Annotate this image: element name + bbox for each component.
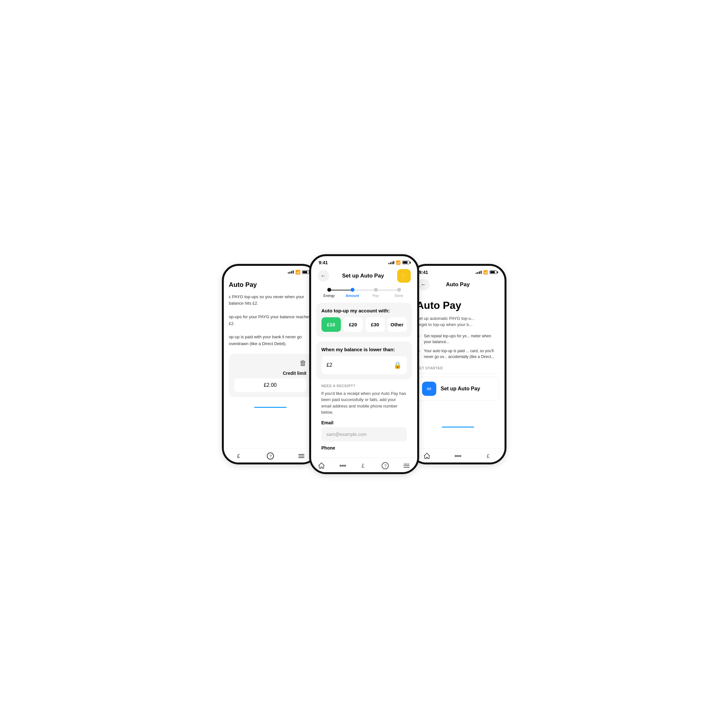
receipt-label: NEED A RECEIPT? [321,384,407,388]
center-content: Auto top-up my account with: £10 £20 £30… [311,303,417,474]
right-back-button[interactable]: ← [418,279,430,291]
right-back-arrow-icon: ← [421,282,426,288]
left-description: c PAYG top-ups so you never when your ba… [229,294,312,347]
receipt-description: If you'd like a receipt when your Auto P… [321,390,407,416]
svg-text:?: ? [269,454,272,459]
screens-container: 📶 Auto Pay c PAYG top-ups so you never w… [186,254,542,474]
auto-pay-title: Auto Pay [416,300,499,312]
right-blue-indicator [442,427,474,428]
setup-btn-label: Set up Auto Pay [441,386,480,392]
back-button[interactable]: ← [318,270,329,282]
step-energy-line [329,290,353,291]
lightning-button[interactable]: ⚡ [397,269,411,283]
step-done: Done [387,288,411,298]
center-bottom-nav: £ ? [311,457,417,472]
svg-text:£: £ [362,463,364,469]
nav-journey-icon[interactable] [339,462,347,470]
section-divider [416,373,499,373]
step-done-dot [397,288,401,292]
svg-point-8 [344,465,346,466]
feature-text-2: Your auto top-up is paid ... card, so yo… [424,348,499,359]
email-label: Email [321,420,407,425]
amount-other-button[interactable]: Other [387,317,407,332]
svg-point-6 [340,465,341,466]
nav-help-center-icon[interactable]: ? [381,462,389,470]
topup-card-title: Auto top-up my account with: [321,308,407,314]
step-pay-dot [374,288,378,292]
feature-item-1: ✓ Set repeat top-ups for yo... meter whe… [416,333,499,345]
balance-card-title: When my balance is lower than: [321,347,407,352]
center-header-title: Set up Auto Pay [342,273,384,279]
balance-card: When my balance is lower than: £2 🔒 [316,341,412,379]
right-bottom-nav: £ [411,448,505,462]
back-arrow-icon: ← [321,273,326,279]
step-energy: Energy [318,288,341,298]
nav-more-icon[interactable] [403,462,410,470]
center-header: ← Set up Auto Pay ⚡ [311,266,417,285]
amount-20-button[interactable]: £20 [343,317,363,332]
feature-text-1: Set repeat top-ups for yo... meter when … [424,333,499,345]
infinity-badge: ∞ [422,382,436,396]
nav-menu-icon[interactable] [298,452,305,460]
phone-left: 📶 Auto Pay c PAYG top-ups so you never w… [222,264,319,464]
svg-text:£: £ [237,453,240,459]
step-pay-line [376,290,399,291]
step-pay-label: Pay [373,294,379,298]
left-phone-content: Auto Pay c PAYG top-ups so you never whe… [224,276,317,407]
balance-display: £2 🔒 [321,356,407,374]
progress-stepper: Energy Amount Pay Done [311,285,417,303]
right-phone-content: Auto Pay Set up automatic PAYG top-u...f… [411,293,505,427]
step-amount-label: Amount [346,294,359,298]
step-done-label: Done [395,294,403,298]
balance-value: £2 [327,362,332,368]
topup-card: Auto top-up my account with: £10 £20 £30… [316,303,412,337]
svg-point-15 [455,455,456,457]
step-energy-dot [327,288,331,292]
trash-icon[interactable]: 🗑 [300,359,307,367]
step-energy-label: Energy [323,294,335,298]
feature-list: ✓ Set repeat top-ups for yo... meter whe… [416,333,499,359]
get-started-label: GET STARTED [416,366,499,370]
right-time: 9:41 [419,270,428,275]
step-amount-dot [350,288,355,292]
delete-card: 🗑 Credit limit £2.00 [229,354,312,397]
left-page-title: Auto Pay [229,281,312,289]
left-bottom-nav: £ ? [224,448,317,462]
right-nav-account-icon[interactable]: £ [485,452,493,460]
setup-auto-pay-button[interactable]: ∞ Set up Auto Pay [416,377,499,401]
infinity-icon: ∞ [427,385,431,392]
phone-right: 9:41 📶 ← Auto Pay Auto Pay Set up automa… [410,264,506,464]
svg-point-17 [460,455,461,457]
step-amount: Amount [341,288,364,298]
amount-10-button[interactable]: £10 [321,317,341,332]
credit-label: Credit limit [283,371,306,376]
phone-label: Phone [321,445,407,451]
right-header-title: Auto Pay [446,281,470,288]
left-status-bar: 📶 [224,266,317,276]
lightning-icon: ⚡ [399,272,408,280]
credit-value: £2.00 [234,378,307,392]
lock-icon: 🔒 [394,361,402,369]
receipt-section: NEED A RECEIPT? If you'd like a receipt … [316,384,412,451]
email-input[interactable]: sam@example.com [321,427,407,442]
amount-options: £10 £20 £30 Other [321,317,407,332]
nav-account-icon[interactable]: £ [360,462,368,470]
svg-point-7 [342,465,343,466]
right-nav-journey-icon[interactable] [454,452,462,460]
nav-help-icon[interactable]: ? [266,452,274,460]
step-pay: Pay [364,288,387,298]
phone-center: 9:41 📶 ← Set up Auto Pay ⚡ Energy [309,254,419,474]
step-amount-line [353,290,376,291]
center-status-bar: 9:41 📶 [311,256,417,266]
right-header: ← Auto Pay [411,276,505,293]
nav-home-icon[interactable] [318,462,325,470]
svg-text:£: £ [487,453,489,459]
svg-point-16 [457,455,459,457]
feature-item-2: ✓ Your auto top-up is paid ... card, so … [416,348,499,359]
nav-pound-icon[interactable]: £ [236,452,243,460]
right-status-bar: 9:41 📶 [411,266,505,276]
svg-text:?: ? [384,463,387,468]
right-nav-home-icon[interactable] [423,452,431,460]
amount-30-button[interactable]: £30 [366,317,385,332]
left-blue-indicator [254,407,286,408]
